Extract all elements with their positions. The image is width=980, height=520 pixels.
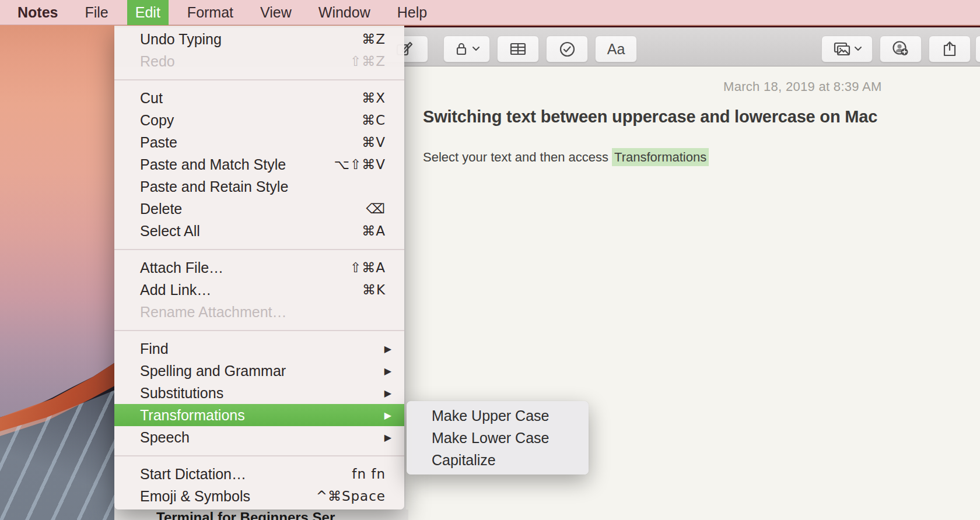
menu-item-find[interactable]: Find ▶ [114, 338, 404, 360]
menu-item-label: Attach File… [140, 259, 223, 276]
submenu-item-label: Make Lower Case [432, 430, 549, 447]
menu-item-rename-attachment: Rename Attachment… [114, 301, 404, 323]
notes-list-row[interactable]: Terminal for Beginners Ser… [114, 510, 408, 520]
menu-item-select-all[interactable]: Select All ⌘A [114, 220, 404, 242]
menu-item-shortcut: ⌫ [366, 201, 386, 216]
text-style-button[interactable]: Aa [595, 36, 637, 62]
add-people-button[interactable] [880, 36, 922, 62]
menu-item-substitutions[interactable]: Substitutions ▶ [114, 382, 404, 404]
menu-item-label: Find [140, 340, 169, 357]
lock-note-button[interactable] [443, 36, 490, 62]
menu-item-speech[interactable]: Speech ▶ [114, 426, 404, 448]
menu-item-label: Paste and Match Style [140, 156, 286, 173]
checkmark-circle-icon [559, 41, 575, 57]
menu-item-shortcut: ⇧⌘A [350, 260, 386, 275]
menu-item-shortcut: ⌘A [362, 223, 386, 238]
menu-item-start-dictation[interactable]: Start Dictation… fn fn [114, 463, 404, 485]
submenu-arrow-icon: ▶ [384, 432, 391, 443]
menu-item-label: Add Link… [140, 282, 211, 298]
add-person-icon [892, 41, 909, 57]
chevron-down-icon [473, 47, 480, 51]
menu-item-shortcut: ⌘X [362, 90, 386, 106]
menubar-item-edit[interactable]: Edit [127, 0, 169, 25]
share-icon [942, 41, 958, 57]
menubar: Notes File Edit Format View Window Help [0, 0, 980, 25]
note-body-text: Select your text and then access [423, 150, 612, 164]
menu-item-add-link[interactable]: Add Link… ⌘K [114, 279, 404, 301]
submenu-arrow-icon: ▶ [384, 366, 391, 377]
menu-separator [114, 455, 404, 456]
menu-item-shortcut: ⌘K [362, 282, 386, 297]
submenu-arrow-icon: ▶ [384, 410, 391, 421]
table-icon [509, 41, 527, 57]
note-title: Switching text between uppercase and low… [423, 107, 877, 127]
submenu-arrow-icon: ▶ [384, 388, 391, 399]
wallpaper-snow [0, 0, 117, 520]
menu-item-paste-and-retain-style[interactable]: Paste and Retain Style [114, 175, 404, 198]
menu-item-label: Speech [140, 429, 190, 446]
menubar-item-view[interactable]: View [247, 0, 305, 25]
menu-item-label: Start Dictation… [140, 466, 246, 483]
submenu-arrow-icon: ▶ [384, 343, 391, 354]
menu-item-label: Copy [140, 112, 174, 129]
menu-item-label: Select All [140, 223, 200, 240]
menu-item-label: Rename Attachment… [140, 304, 287, 321]
share-button[interactable] [929, 36, 971, 62]
submenu-item-label: Capitalize [432, 452, 496, 469]
menu-item-label: Cut [140, 90, 163, 107]
chevron-down-icon [855, 47, 862, 51]
menubar-item-format[interactable]: Format [174, 0, 247, 25]
menu-item-delete[interactable]: Delete ⌫ [114, 198, 404, 220]
menu-item-cut[interactable]: Cut ⌘X [114, 87, 404, 109]
menu-separator [114, 330, 404, 331]
add-table-button[interactable] [497, 36, 539, 62]
photos-icon [833, 41, 851, 57]
transformations-submenu: Make Upper Case Make Lower Case Capitali… [407, 401, 589, 475]
menubar-item-file[interactable]: File [71, 0, 121, 25]
menu-item-shortcut: ⇧⌘Z [350, 54, 386, 69]
menu-item-shortcut: ⌘V [362, 135, 386, 150]
menu-item-label: Substitutions [140, 385, 223, 402]
menu-separator [114, 249, 404, 250]
photos-button[interactable] [821, 36, 873, 62]
note-body[interactable]: Select your text and then access Transfo… [423, 150, 709, 165]
edit-menu: Undo Typing ⌘Z Redo ⇧⌘Z Cut ⌘X Copy ⌘C P… [114, 26, 404, 510]
menu-item-spelling-and-grammar[interactable]: Spelling and Grammar ▶ [114, 360, 404, 382]
submenu-item-make-upper-case[interactable]: Make Upper Case [407, 405, 589, 427]
menu-item-shortcut: ⌘Z [362, 31, 386, 47]
menu-item-shortcut: ^⌘Space [316, 489, 386, 504]
lock-icon [454, 41, 469, 57]
submenu-item-make-lower-case[interactable]: Make Lower Case [407, 427, 589, 449]
submenu-item-label: Make Upper Case [432, 407, 549, 424]
menu-item-label: Paste [140, 134, 177, 151]
checklist-button[interactable] [546, 36, 588, 62]
menu-item-label: Redo [140, 53, 175, 70]
menu-item-redo: Redo ⇧⌘Z [114, 50, 404, 72]
clipped-edge-button[interactable] [975, 36, 980, 62]
submenu-item-capitalize[interactable]: Capitalize [407, 449, 589, 471]
menu-item-paste[interactable]: Paste ⌘V [114, 131, 404, 153]
menu-item-label: Spelling and Grammar [140, 363, 286, 380]
menu-separator [114, 79, 404, 80]
menubar-item-notes[interactable]: Notes [4, 0, 71, 25]
menu-item-paste-and-match-style[interactable]: Paste and Match Style ⌥⇧⌘V [114, 153, 404, 175]
menu-item-label: Undo Typing [140, 31, 222, 48]
notes-list-row-title: Terminal for Beginners Ser… [156, 510, 349, 520]
text-style-label: Aa [607, 41, 625, 58]
menu-item-copy[interactable]: Copy ⌘C [114, 109, 404, 131]
menu-item-undo-typing[interactable]: Undo Typing ⌘Z [114, 28, 404, 50]
menu-item-label: Emoji & Symbols [140, 488, 250, 505]
note-body-highlighted-text: Transformations [612, 148, 709, 166]
menu-item-shortcut: ⌥⇧⌘V [334, 157, 386, 172]
menu-item-attach-file[interactable]: Attach File… ⇧⌘A [114, 257, 404, 279]
menu-item-transformations[interactable]: Transformations ▶ [114, 404, 404, 426]
menubar-item-help[interactable]: Help [384, 0, 440, 25]
menu-item-emoji-and-symbols[interactable]: Emoji & Symbols ^⌘Space [114, 485, 404, 507]
menu-item-label: Paste and Retain Style [140, 178, 288, 195]
note-date: March 18, 2019 at 8:39 AM [723, 79, 882, 94]
menubar-item-window[interactable]: Window [305, 0, 384, 25]
menu-item-label: Transformations [140, 407, 245, 424]
menu-item-label: Delete [140, 201, 182, 217]
menu-item-shortcut: fn fn [352, 466, 386, 482]
menu-item-shortcut: ⌘C [362, 113, 386, 128]
